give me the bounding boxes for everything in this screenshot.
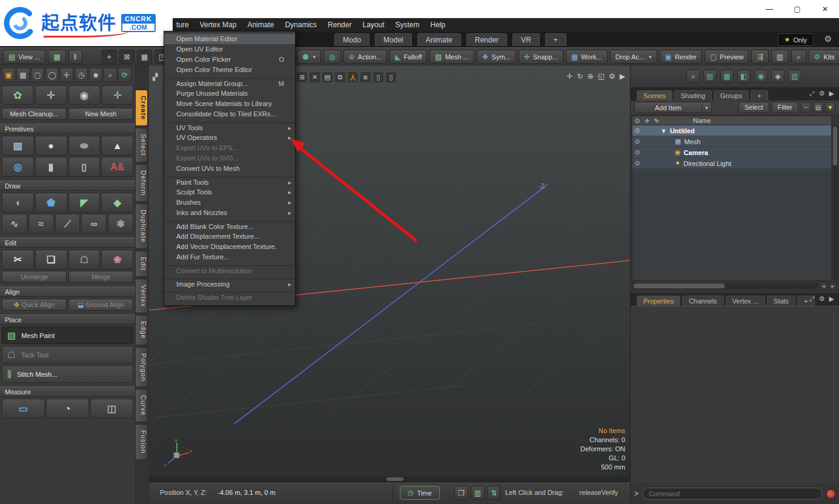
selection-mode-button[interactable]: ⊠ bbox=[119, 50, 134, 64]
panel-tool-icon[interactable]: ⚙ bbox=[819, 295, 825, 303]
align-button[interactable]: ✥ Quick Align bbox=[2, 299, 67, 311]
properties-tab[interactable]: Channels bbox=[682, 296, 723, 306]
vertical-tab[interactable]: Polygon bbox=[136, 347, 148, 388]
toolbar-button[interactable]: ❖ Sym... bbox=[477, 50, 516, 64]
primitive-tool-button[interactable]: A& bbox=[101, 157, 133, 177]
record-macro-icon[interactable] bbox=[826, 489, 835, 499]
tool-icon-button[interactable]: ☻ bbox=[89, 68, 102, 82]
eye-icon[interactable]: ⊙ bbox=[632, 127, 642, 134]
primitive-tool-button[interactable]: ● bbox=[35, 136, 67, 156]
menu-item[interactable]: Purge Unused Materials bbox=[164, 88, 295, 99]
draw-tool-button[interactable]: ⬟ bbox=[35, 193, 67, 213]
panel-button[interactable]: Mesh Cleanup... bbox=[2, 108, 67, 120]
vertical-tab[interactable]: Vertex bbox=[136, 279, 148, 313]
workspace-tab[interactable]: Animate bbox=[417, 33, 461, 46]
menu-item[interactable]: Consolidate Clips to Tiled EXRs... bbox=[164, 109, 295, 119]
tool-icon-button[interactable]: ✛ bbox=[60, 68, 73, 82]
primitive-tool-button[interactable]: ▧ bbox=[2, 136, 34, 156]
measure-tool-button[interactable]: ▭ bbox=[2, 399, 45, 419]
status-bar-icon-button[interactable]: ▥ bbox=[471, 486, 485, 500]
workspace-tab[interactable]: + bbox=[545, 33, 566, 46]
toolbar-button[interactable]: ▢ Preview bbox=[705, 50, 749, 64]
minimize-button[interactable]: — bbox=[755, 0, 783, 18]
section-header-edit[interactable]: Edit bbox=[0, 237, 135, 248]
tool-button[interactable]: ◉ bbox=[68, 85, 100, 105]
tool-icon-button[interactable]: ▦ bbox=[16, 68, 30, 82]
tool-icon-button[interactable]: ▣ bbox=[2, 68, 15, 82]
toolbar-button[interactable]: ▦ Work... bbox=[566, 50, 608, 64]
viewport-scrollbar-thumb[interactable] bbox=[386, 477, 403, 481]
scroll-left-icon[interactable]: ◂ bbox=[820, 282, 827, 290]
workspace-tab[interactable]: Model bbox=[375, 33, 412, 46]
workspace-tab[interactable]: Modo bbox=[334, 33, 370, 46]
item-list-row[interactable]: ⊙ ▦ Mesh bbox=[632, 136, 831, 147]
item-list-vscrollbar[interactable] bbox=[832, 125, 838, 280]
menubar-item[interactable]: ture bbox=[171, 18, 194, 31]
toolbar-button[interactable]: ▣ Render bbox=[660, 50, 702, 64]
name-column-header[interactable]: Name bbox=[662, 117, 711, 124]
item-panel-tab[interactable]: Groups bbox=[714, 90, 749, 101]
tool-icon-button[interactable]: ⌕ bbox=[104, 68, 117, 82]
menu-item[interactable]: Assign Material Group... M bbox=[164, 78, 295, 88]
menu-item[interactable]: Move Scene Materials to Library bbox=[164, 99, 295, 109]
tool-icon-button[interactable]: ◯ bbox=[45, 68, 59, 82]
panel-tool-icon[interactable]: ▶ bbox=[829, 295, 834, 303]
primitive-tool-button[interactable]: ⬬ bbox=[68, 136, 101, 156]
viewport-nav-button[interactable]: ▶ bbox=[620, 72, 625, 81]
menu-item[interactable]: Convert to Multiresolution bbox=[164, 265, 295, 276]
section-header-primitives[interactable]: Primitives bbox=[0, 124, 135, 134]
only-button[interactable]: ★ Only bbox=[778, 33, 814, 46]
view-options-button[interactable]: ▦ bbox=[48, 50, 65, 64]
viewport-nav-button[interactable]: ◱ bbox=[598, 72, 605, 81]
select-button[interactable]: Select bbox=[738, 102, 769, 113]
menu-item[interactable]: Add Vector Displacement Texture... bbox=[164, 242, 295, 252]
list-mini-button[interactable]: ▤ bbox=[813, 102, 823, 113]
tool-icon-button[interactable]: ◷ bbox=[75, 68, 88, 82]
properties-tab[interactable]: Stats bbox=[767, 296, 795, 306]
toolbar-button[interactable]: ⊕ Action... bbox=[343, 50, 388, 64]
place-tool-row[interactable]: ☖ Tack Tool bbox=[2, 346, 133, 363]
tool-icon-button[interactable]: ▢ bbox=[31, 68, 44, 82]
vscroll-thumb[interactable] bbox=[833, 127, 837, 165]
edit-tool-button[interactable]: ☖ bbox=[68, 250, 101, 270]
toolbar-button[interactable]: ◣ Falloff bbox=[390, 50, 427, 64]
edit-tool-button[interactable]: ✂ bbox=[2, 250, 34, 270]
tool-button[interactable]: ✛ bbox=[102, 85, 133, 105]
viewport-corner-icon[interactable]: ▞ bbox=[153, 73, 158, 81]
menubar-item[interactable]: Render bbox=[322, 18, 357, 31]
edit-button[interactable]: Unmerge bbox=[2, 271, 67, 283]
menubar-item[interactable]: Vertex Map bbox=[194, 18, 242, 31]
selection-mode-button[interactable]: ⌖ bbox=[102, 50, 117, 64]
viewport-style-button[interactable]: ▯ bbox=[373, 72, 383, 82]
draw-tool-button[interactable]: ◆ bbox=[101, 193, 133, 213]
menubar-item[interactable]: Animate bbox=[242, 18, 279, 31]
menu-item[interactable]: Paint Tools bbox=[164, 177, 295, 187]
toolbar-button[interactable]: ⌕ bbox=[791, 50, 806, 64]
edit-tool-button[interactable]: ❀ bbox=[101, 250, 133, 270]
status-bar-icon-button[interactable]: ❐ bbox=[454, 486, 468, 500]
item-panel-icon-button[interactable]: ◈ bbox=[771, 70, 784, 83]
vertical-tab[interactable]: Deform bbox=[136, 164, 148, 202]
menu-item[interactable]: Add Displacement Texture... bbox=[164, 231, 295, 242]
menu-item[interactable]: Open UV Editor bbox=[164, 44, 295, 55]
edit-tool-button[interactable]: ❏ bbox=[35, 250, 67, 270]
menubar-item[interactable]: Help bbox=[425, 18, 451, 31]
viewport-style-button[interactable]: ⧉ bbox=[335, 72, 345, 82]
view-options-button[interactable]: ⫴ bbox=[68, 50, 82, 64]
vertical-tab[interactable]: Fusion bbox=[136, 424, 148, 460]
vertical-tab[interactable]: Select bbox=[136, 128, 148, 162]
eye-icon[interactable]: ⊙ bbox=[632, 160, 642, 167]
scroll-right-icon[interactable]: ▸ bbox=[829, 282, 837, 290]
menu-item[interactable]: Export UVs to SVG... bbox=[164, 153, 295, 164]
menu-item[interactable]: Add Fur Texture... bbox=[164, 252, 295, 262]
maximize-button[interactable]: ▢ bbox=[783, 0, 811, 18]
primitive-tool-button[interactable]: ▲ bbox=[101, 136, 133, 156]
menu-item[interactable]: Open Material Editor bbox=[164, 34, 295, 44]
properties-tab[interactable]: Vertex ... bbox=[726, 296, 765, 306]
primitive-tool-button[interactable]: ◎ bbox=[2, 157, 34, 177]
eye-icon[interactable]: ⊙ bbox=[632, 149, 642, 156]
menu-item[interactable]: Brushes bbox=[164, 197, 295, 208]
item-panel-tab[interactable]: Scenes bbox=[637, 90, 672, 101]
menubar-item[interactable]: System bbox=[390, 18, 425, 31]
menu-item[interactable]: Sculpt Tools bbox=[164, 187, 295, 197]
